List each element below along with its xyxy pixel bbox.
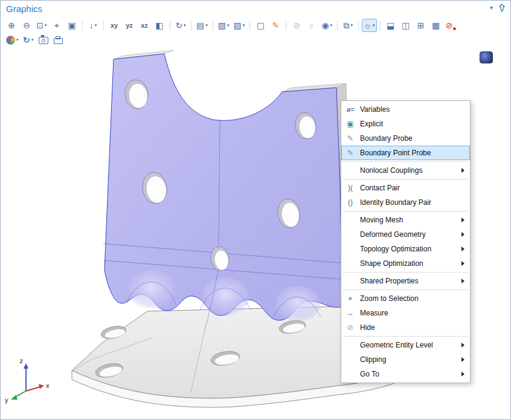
view-hidden-button[interactable]: ⌕	[304, 19, 319, 32]
menu-item-label: Measure	[360, 309, 388, 317]
zoom-out-button[interactable]: ⊖	[19, 19, 34, 32]
toolbar-separator	[103, 21, 104, 30]
menu-separator	[343, 336, 468, 337]
menu-item-go-to[interactable]: Go To	[341, 367, 470, 381]
zoom-in-button[interactable]: ⊕	[4, 19, 19, 32]
split-window-vertical-icon: ◫	[402, 21, 410, 30]
zoom-box-icon: ⊡	[36, 21, 43, 30]
zoom-extents-button[interactable]: ▣	[65, 19, 79, 32]
transparency-button[interactable]: ▨▾	[232, 19, 247, 32]
dropdown-caret-icon[interactable]: ▾	[45, 23, 47, 28]
zoom-in-icon: ⊕	[8, 21, 15, 30]
printer-icon	[54, 38, 63, 44]
menu-item-hide[interactable]: ⊘ Hide	[341, 320, 470, 335]
select-draw-button[interactable]: ✎	[268, 19, 283, 32]
orientation-button[interactable]: ↓▾	[86, 19, 100, 32]
split-window-vertical-button[interactable]: ◫	[399, 19, 413, 32]
color-scheme-button[interactable]: ▾	[4, 33, 21, 47]
dropdown-caret-icon[interactable]: ▾	[184, 23, 186, 28]
menu-item-label: Clipping	[360, 355, 386, 364]
toolbar-separator	[380, 21, 381, 30]
menu-item-contact-pair[interactable]: )( Contact Pair	[341, 181, 470, 195]
hide-selected-button[interactable]: ⊘	[289, 19, 304, 32]
view-hidden-icon: ⌕	[309, 21, 314, 30]
update-view-button[interactable]: ↻▾	[21, 33, 36, 47]
pin-icon[interactable]	[498, 4, 506, 12]
menu-item-boundary-point-probe[interactable]: ✎ Boundary Point Probe	[341, 146, 470, 160]
dropdown-caret-icon[interactable]: ▾	[373, 23, 375, 28]
print-button[interactable]	[51, 33, 66, 47]
probe-icon: ✎	[343, 134, 358, 143]
remove-plots-icon: ⊘	[446, 21, 453, 30]
contact-pair-icon: )(	[343, 184, 358, 192]
menu-item-zoom-to-selection[interactable]: ⌖ Zoom to Selection	[341, 291, 470, 306]
menu-item-label: Moving Mesh	[360, 216, 403, 224]
menu-separator	[343, 179, 468, 179]
dropdown-caret-icon[interactable]: ▾	[227, 23, 230, 28]
menu-item-shared-properties[interactable]: Shared Properties	[341, 274, 470, 288]
view-xz-button[interactable]: xz	[137, 19, 152, 32]
menu-item-measure[interactable]: ↔ Measure	[341, 306, 470, 320]
table-window-button[interactable]: ▦	[429, 19, 443, 32]
graphics-window: z x y Graphics ▾ ⊕ ⊖ ⊡▾ ⌖ ▣ ↓▾ xy yz xz …	[0, 0, 511, 420]
menu-separator	[343, 211, 468, 212]
dropdown-caret-icon[interactable]: ▾	[31, 37, 34, 42]
view-navigation-button[interactable]	[480, 51, 493, 63]
toolbar-separator	[170, 21, 170, 30]
split-window-horizontal-icon: ⬓	[387, 21, 394, 30]
select-box-button[interactable]: ▢	[253, 19, 268, 32]
dropdown-caret-icon[interactable]: ▾	[16, 37, 19, 42]
menu-separator	[343, 289, 468, 290]
dropdown-caret-icon[interactable]: ▾	[95, 23, 97, 28]
scene-light-button[interactable]: ☼▾	[362, 19, 376, 32]
submenu-arrow-icon	[461, 232, 464, 237]
view-xy-button[interactable]: xy	[107, 19, 121, 32]
copy-image-button[interactable]: ⧉▾	[341, 19, 355, 32]
remove-plots-button[interactable]: ⊘	[444, 19, 458, 32]
visibility-options-button[interactable]: ◉▾	[320, 19, 334, 32]
menu-item-nonlocal-couplings[interactable]: Nonlocal Couplings	[341, 163, 470, 178]
menu-item-boundary-probe[interactable]: ✎ Boundary Probe	[341, 131, 470, 146]
menu-item-shape-optimization[interactable]: Shape Optimization	[341, 256, 470, 271]
view-yz-icon: yz	[126, 21, 133, 30]
menu-item-variables[interactable]: a= Variables	[341, 102, 470, 117]
image-snapshot-button[interactable]: ▧▾	[216, 19, 231, 32]
dropdown-caret-icon[interactable]: ▾	[205, 23, 208, 28]
submenu-arrow-icon	[461, 372, 464, 376]
menu-item-label: Zoom to Selection	[360, 294, 419, 303]
point-probe-icon: ✎	[343, 149, 358, 157]
dropdown-caret-icon[interactable]: ▾	[350, 23, 353, 28]
explicit-icon: ▣	[343, 120, 358, 128]
select-box-icon: ▢	[257, 21, 265, 30]
split-window-horizontal-button[interactable]: ⬓	[384, 19, 398, 32]
menu-item-deformed-geometry[interactable]: Deformed Geometry	[341, 227, 470, 242]
submenu-arrow-icon	[461, 261, 464, 266]
view-yz-button[interactable]: yz	[122, 19, 137, 32]
go-to-default-view-icon: ⌖	[54, 21, 59, 30]
red-badge-icon	[453, 27, 456, 30]
zoom-box-button[interactable]: ⊡▾	[34, 19, 49, 32]
coordinate-axes: z x y	[5, 357, 50, 404]
camera-options-button[interactable]: ▤▾	[194, 19, 210, 32]
menu-item-label: Nonlocal Couplings	[360, 166, 422, 175]
go-to-default-view-button[interactable]: ⌖	[50, 19, 64, 32]
menu-item-identity-boundary-pair[interactable]: () Identity Boundary Pair	[341, 195, 470, 210]
rotate-view-icon: ↻	[175, 21, 182, 30]
menu-item-topology-optimization[interactable]: Topology Optimization	[341, 242, 470, 256]
dropdown-caret-icon[interactable]: ▾	[330, 23, 333, 28]
rotate-view-button[interactable]: ↻▾	[173, 19, 188, 32]
zoom-out-icon: ⊖	[23, 21, 30, 30]
new-plot-window-button[interactable]: ⊞	[414, 19, 428, 32]
menu-item-explicit[interactable]: ▣ Explicit	[341, 117, 470, 131]
menu-item-geometric-entity-level[interactable]: Geometric Entity Level	[341, 338, 470, 352]
submenu-arrow-icon	[461, 247, 464, 251]
menu-item-label: Explicit	[360, 120, 383, 128]
visibility-options-icon: ◉	[321, 21, 329, 30]
menu-item-moving-mesh[interactable]: Moving Mesh	[341, 213, 470, 227]
camera-snapshot-button[interactable]	[36, 33, 51, 47]
go-to-3d-view-button[interactable]: ◧	[152, 19, 167, 32]
bracket-plate[interactable]	[103, 54, 342, 330]
dropdown-caret-icon[interactable]: ▾	[243, 23, 245, 28]
menu-item-clipping[interactable]: Clipping	[341, 352, 470, 367]
window-menu-caret-icon[interactable]: ▾	[490, 5, 493, 11]
